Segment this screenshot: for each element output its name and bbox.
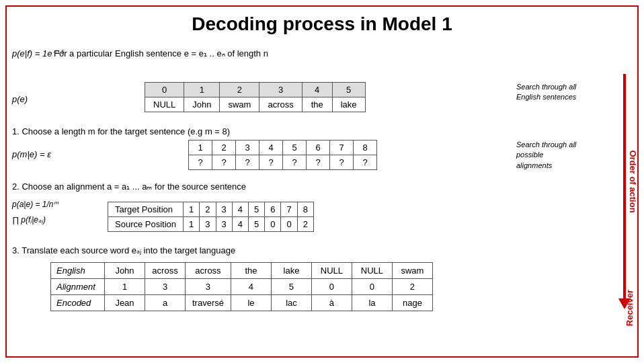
encoded-row-label: Encoded (51, 295, 105, 311)
source-position-label: Source Position (108, 217, 184, 232)
table-cell: across (186, 263, 231, 279)
receiver-label: Receiver (625, 290, 635, 326)
table-cell: swam (220, 97, 259, 112)
search-english-label: Search through allEnglish sentences (516, 82, 597, 103)
alignment-row-label: Alignment (51, 279, 105, 295)
table-cell: 2 (200, 202, 216, 217)
positions-table: Target Position 1 2 3 4 5 6 7 8 Source P… (108, 202, 314, 232)
table-cell: 5 (249, 217, 265, 232)
table-cell: across (145, 263, 186, 279)
table-cell: 0 (311, 279, 352, 295)
table-cell: Jean (105, 295, 145, 311)
table-cell: 4 (232, 217, 248, 232)
table-cell: 7 (330, 140, 354, 155)
step3-text: 3. Translate each source word eₐⱼ into t… (12, 245, 235, 255)
table-cell: 3 (200, 217, 216, 232)
english-row-label: English (51, 263, 105, 279)
formula-pae: p(a|e) = 1/nᵐ (12, 198, 58, 211)
table-cell: 8 (297, 202, 313, 217)
table-cell: 5 (332, 83, 365, 97)
table-cell: 5 (249, 202, 265, 217)
table-cell: 6 (265, 202, 281, 217)
table-cell: 0 (352, 279, 392, 295)
table-cell: ? (189, 155, 212, 170)
table-cell: NULL (352, 263, 392, 279)
table-cell: across (259, 97, 302, 112)
table-cell: 0 (145, 83, 184, 97)
formula-pe: p(e) (12, 94, 28, 104)
table-cell: NULL (145, 97, 184, 112)
table-cell: 3 (186, 279, 231, 295)
formula-pae-area: p(a|e) = 1/nᵐ ∏ p(fⱼ|eₐⱼ) (12, 198, 58, 227)
formula-pme: p(m|e) = ε (12, 149, 51, 159)
table-cell: 4 (231, 279, 271, 295)
table-cell: 2 (297, 217, 313, 232)
table-cell: lake (332, 97, 365, 112)
table-cell: 3 (145, 279, 186, 295)
sentence-desc: For a particular English sentence e = e₁… (54, 48, 268, 58)
table-cell: 1 (184, 83, 220, 97)
table-cell: lake (271, 263, 311, 279)
step2-text: 2. Choose an alignment a = a₁ ... aₘ for… (12, 182, 246, 192)
table-cell: 1 (184, 217, 200, 232)
arrow-line (623, 74, 626, 298)
table-cell: 1 (184, 202, 200, 217)
table-cell: ? (283, 155, 307, 170)
table-cell: nage (392, 295, 432, 311)
product-formula: ∏ p(fⱼ|eₐⱼ) (12, 214, 58, 227)
step1-text: 1. Choose a length m for the target sent… (12, 126, 230, 136)
order-of-action-label: Order of action (628, 150, 638, 212)
table-cell: the (231, 263, 271, 279)
table-cell: ? (236, 155, 259, 170)
table-cell: 3 (216, 217, 232, 232)
main-container: Decoding process in Model 1 p(e|f) = 1e⁻… (0, 0, 644, 363)
table-cell: 1 (105, 279, 145, 295)
table-cell: ? (307, 155, 330, 170)
table-cell: traversé (186, 295, 231, 311)
table-cell: 6 (307, 140, 330, 155)
table-cell: 7 (281, 202, 297, 217)
table-cell: NULL (311, 263, 352, 279)
table-cell: 0 (281, 217, 297, 232)
table-cell: swam (392, 263, 432, 279)
table-cell: John (105, 263, 145, 279)
translation-table: English John across across the lake NULL… (50, 262, 433, 311)
alignment-table: 1 2 3 4 5 6 7 8 ? ? ? ? ? ? ? ? (188, 140, 377, 170)
target-position-label: Target Position (108, 202, 184, 217)
table-cell: 3 (216, 202, 232, 217)
table-cell: 2 (392, 279, 432, 295)
table-cell: 1 (189, 140, 212, 155)
table-cell: à (311, 295, 352, 311)
table-cell: la (352, 295, 392, 311)
page-title: Decoding process in Model 1 (192, 13, 452, 35)
search-align-label: Search through all possiblealignments (516, 140, 597, 171)
table-cell: ? (259, 155, 283, 170)
table-cell: John (184, 97, 220, 112)
table-cell: 5 (271, 279, 311, 295)
english-token-table: 0 1 2 3 4 5 NULL John swam across the la… (145, 82, 366, 112)
table-cell: a (145, 295, 186, 311)
table-cell: 2 (212, 140, 236, 155)
table-cell: 4 (302, 83, 332, 97)
table-cell: 5 (283, 140, 307, 155)
table-cell: 2 (220, 83, 259, 97)
table-cell: ? (212, 155, 236, 170)
table-cell: 4 (259, 140, 283, 155)
table-cell: the (302, 97, 332, 112)
table-cell: ? (330, 155, 354, 170)
table-cell: 4 (232, 202, 248, 217)
table-cell: le (231, 295, 271, 311)
table-cell: lac (271, 295, 311, 311)
table-cell: 8 (354, 140, 377, 155)
table-cell: 3 (259, 83, 302, 97)
table-cell: 3 (236, 140, 259, 155)
table-cell: 0 (265, 217, 281, 232)
table-cell: ? (354, 155, 377, 170)
